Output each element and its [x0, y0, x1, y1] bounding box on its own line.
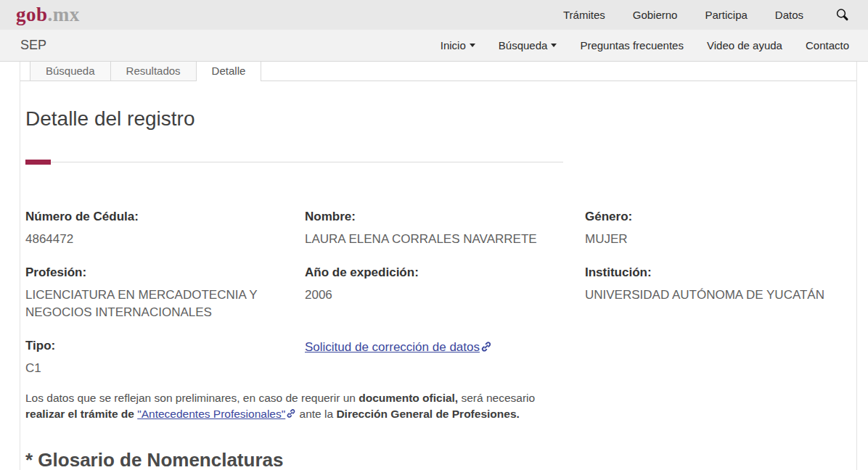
field-value: LICENCIATURA EN MERCADOTECNIA Y NEGOCIOS… [25, 286, 294, 322]
page-title: Detalle del registro [25, 107, 842, 131]
title-divider [25, 162, 563, 162]
chevron-down-icon [470, 44, 475, 47]
field-value: LAURA ELENA CORRALES NAVARRETE [305, 231, 573, 249]
nav-busqueda[interactable]: Búsqueda [499, 39, 557, 51]
field-nombre: Nombre: LAURA ELENA CORRALES NAVARRETE [305, 210, 585, 249]
gobmx-logo-gob: gob [16, 4, 48, 25]
site-sub-bar: SEP Inicio Búsqueda Preguntas frecuentes… [0, 30, 868, 62]
field-label: Año de expedición: [305, 265, 585, 280]
nav-datos[interactable]: Datos [775, 9, 803, 21]
tab-detalle[interactable]: Detalle [196, 62, 262, 81]
title-divider-accent [25, 160, 51, 165]
site-name-sep[interactable]: SEP [20, 38, 46, 53]
field-label: Profesión: [25, 265, 305, 280]
correction-link-cell: Solicitud de corrección de datos [305, 339, 585, 378]
field-numero-cedula: Número de Cédula: 4864472 [25, 210, 305, 249]
field-genero: Género: MUJER [585, 210, 842, 249]
nav-contacto[interactable]: Contacto [806, 39, 849, 51]
field-value: 2006 [305, 286, 573, 305]
field-value: MUJER [585, 231, 842, 249]
preliminary-data-disclaimer: Los datos que se reflejan son preliminar… [25, 390, 571, 422]
gobmx-logo[interactable]: gob.mx [16, 5, 80, 25]
top-nav: Trámites Gobierno Participa Datos [563, 8, 849, 22]
field-label: Número de Cédula: [25, 210, 305, 224]
nav-preguntas-frecuentes[interactable]: Preguntas frecuentes [580, 39, 684, 51]
antecedentes-profesionales-link[interactable]: "Antecedentes Profesionales" [137, 408, 285, 420]
detail-panel: Detalle del registro Número de Cédula: 4… [20, 107, 856, 470]
field-value: 4864472 [25, 231, 294, 249]
field-label: Institución: [585, 265, 842, 280]
nav-gobierno[interactable]: Gobierno [633, 9, 678, 21]
link-chain-icon[interactable] [286, 408, 296, 421]
record-fields: Número de Cédula: 4864472 Nombre: LAURA … [25, 210, 842, 378]
glossary-heading: * Glosario de Nomenclaturas [25, 449, 842, 470]
field-label: Género: [585, 210, 842, 224]
tab-resultados[interactable]: Resultados [110, 62, 196, 81]
correction-request-link[interactable]: Solicitud de corrección de datos [305, 340, 480, 355]
content-container: Búsqueda Resultados Detalle Detalle del … [20, 62, 857, 470]
nav-tramites[interactable]: Trámites [563, 9, 605, 21]
empty-cell [585, 339, 842, 378]
field-label: Tipo: [25, 339, 305, 353]
nav-video-de-ayuda[interactable]: Video de ayuda [707, 39, 782, 51]
field-value: UNIVERSIDAD AUTÓNOMA DE YUCATÁN [585, 286, 842, 305]
field-institucion: Institución: UNIVERSIDAD AUTÓNOMA DE YUC… [585, 265, 842, 322]
gov-top-bar: gob.mx Trámites Gobierno Participa Datos [0, 0, 868, 30]
search-icon[interactable] [835, 8, 849, 22]
chevron-down-icon [551, 44, 557, 47]
field-profesion: Profesión: LICENCIATURA EN MERCADOTECNIA… [25, 265, 305, 322]
field-anio-expedicion: Año de expedición: 2006 [305, 265, 585, 322]
tab-busqueda[interactable]: Búsqueda [30, 62, 110, 81]
nav-inicio[interactable]: Inicio [441, 39, 475, 51]
tab-bar: Búsqueda Resultados Detalle [20, 62, 856, 81]
nav-participa[interactable]: Participa [705, 9, 747, 21]
site-nav: Inicio Búsqueda Preguntas frecuentes Vid… [441, 39, 849, 51]
link-chain-icon[interactable] [480, 341, 492, 355]
gobmx-logo-mx: .mx [48, 4, 80, 25]
field-value: C1 [25, 360, 294, 378]
field-label: Nombre: [305, 210, 585, 224]
field-tipo: Tipo: C1 [25, 339, 305, 378]
